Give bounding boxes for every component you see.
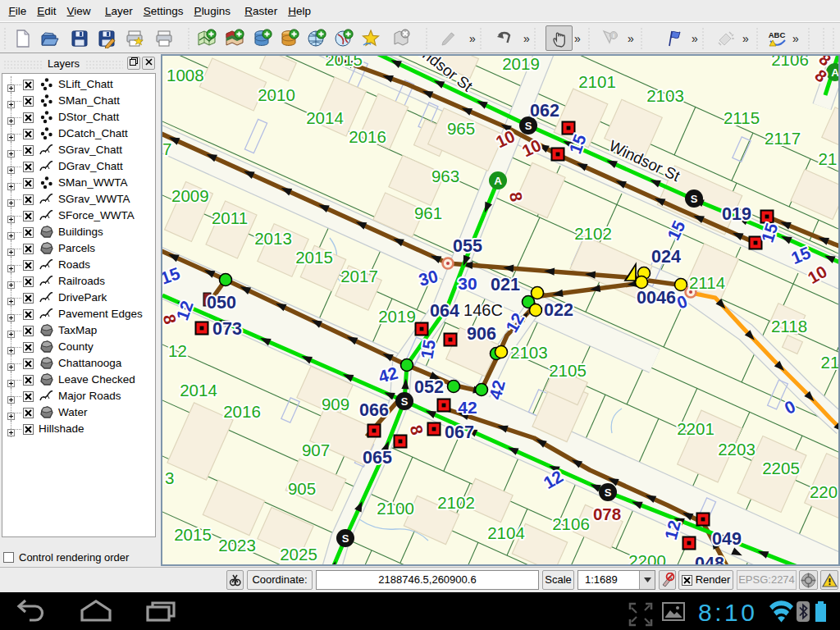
svg-text:2105: 2105: [549, 361, 587, 380]
svg-text:2117: 2117: [765, 129, 801, 148]
svg-text:2101: 2101: [578, 72, 616, 91]
svg-text:021: 021: [491, 275, 520, 294]
svg-text:2104: 2104: [487, 523, 525, 542]
svg-text:067: 067: [445, 422, 474, 442]
svg-text:065: 065: [363, 448, 392, 468]
svg-text:2015: 2015: [295, 248, 333, 267]
svg-text:907: 907: [302, 441, 330, 459]
svg-text:048: 048: [695, 554, 724, 564]
svg-text:019: 019: [722, 204, 751, 224]
svg-text:i: i: [613, 32, 614, 39]
svg-text:965: 965: [447, 119, 475, 138]
svg-text:2106: 2106: [771, 56, 809, 69]
svg-text:15: 15: [417, 338, 439, 360]
svg-text:2019: 2019: [378, 307, 416, 326]
svg-text:049: 049: [712, 529, 742, 549]
svg-text:963: 963: [431, 167, 459, 185]
svg-text:0046: 0046: [637, 288, 676, 308]
svg-text:A: A: [831, 66, 838, 79]
svg-text:024: 024: [651, 247, 681, 267]
svg-text:961: 961: [414, 203, 442, 222]
svg-text:2019: 2019: [502, 56, 540, 73]
svg-text:055: 055: [453, 236, 482, 256]
svg-text:2118: 2118: [771, 317, 807, 336]
svg-text:2203: 2203: [718, 440, 756, 459]
svg-text:2102: 2102: [574, 224, 612, 243]
svg-text:2201: 2201: [677, 419, 714, 438]
svg-text:2015: 2015: [174, 525, 212, 544]
svg-text:2017: 2017: [340, 267, 378, 285]
svg-text:2205: 2205: [762, 459, 800, 477]
svg-text:2009: 2009: [171, 186, 209, 205]
svg-text:078: 078: [593, 504, 621, 523]
svg-text:21: 21: [821, 353, 838, 372]
svg-text:146C: 146C: [463, 301, 503, 319]
svg-text:220: 220: [810, 482, 838, 501]
svg-text:2115: 2115: [724, 108, 760, 127]
svg-text:30: 30: [458, 274, 477, 293]
svg-text:064: 064: [430, 301, 459, 321]
svg-text:2010: 2010: [258, 85, 295, 104]
svg-text:S: S: [525, 120, 532, 132]
svg-text:2016: 2016: [223, 402, 261, 421]
svg-text:2102: 2102: [437, 493, 475, 512]
svg-text:2014: 2014: [180, 381, 217, 399]
svg-text:8:10: 8:10: [698, 599, 757, 626]
svg-text:2015: 2015: [325, 56, 363, 69]
svg-text:905: 905: [288, 479, 316, 498]
svg-text:2023: 2023: [218, 536, 256, 555]
svg-text:A: A: [494, 175, 502, 187]
svg-text:2114: 2114: [689, 273, 725, 292]
svg-text:2016: 2016: [349, 127, 386, 146]
svg-text:7: 7: [162, 139, 171, 158]
svg-text:12: 12: [168, 341, 187, 360]
svg-text:3: 3: [165, 468, 174, 487]
svg-text:2011: 2011: [212, 208, 248, 227]
svg-text:S: S: [342, 532, 349, 545]
svg-text:1008: 1008: [167, 66, 204, 84]
svg-text:909: 909: [322, 395, 349, 413]
svg-text:2103: 2103: [510, 343, 548, 362]
svg-text:066: 066: [359, 400, 389, 420]
svg-text:ABC: ABC: [769, 30, 786, 39]
svg-text:2100: 2100: [377, 499, 414, 518]
svg-text:073: 073: [212, 319, 242, 339]
svg-text:2013: 2013: [254, 229, 292, 248]
svg-text:S: S: [605, 486, 612, 499]
svg-text:906: 906: [467, 324, 496, 344]
svg-text:2014: 2014: [306, 108, 344, 127]
svg-text:052: 052: [414, 377, 444, 397]
svg-text:42: 42: [458, 398, 477, 417]
svg-text:062: 062: [530, 101, 559, 121]
svg-text:2106: 2106: [552, 514, 590, 533]
svg-text:S: S: [401, 395, 409, 408]
svg-text:050: 050: [207, 293, 236, 313]
svg-text:2103: 2103: [646, 86, 684, 105]
svg-text:2200: 2200: [628, 551, 666, 564]
svg-text:21: 21: [819, 149, 838, 168]
svg-text:S: S: [691, 193, 698, 205]
svg-text:2025: 2025: [280, 545, 317, 564]
svg-text:022: 022: [544, 300, 573, 320]
